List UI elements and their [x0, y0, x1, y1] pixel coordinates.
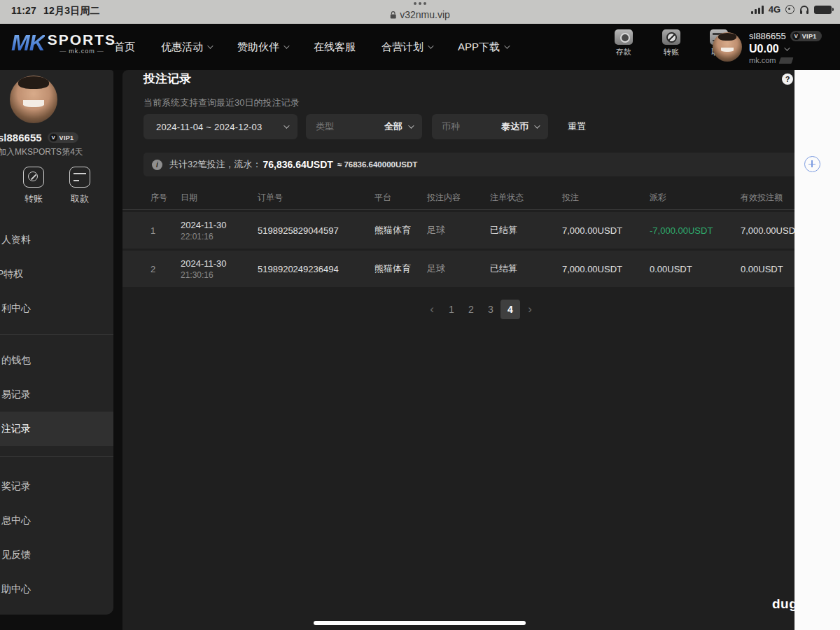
page-title: 投注记录	[144, 71, 191, 87]
cell-index: 1	[150, 225, 181, 236]
currency-select[interactable]: 币种 泰达币	[432, 114, 548, 139]
date-range-select[interactable]: 2024-11-04 ~ 2024-12-03	[144, 114, 298, 139]
mk-sports-logo[interactable]: MK SPORTS mk.com	[11, 31, 116, 55]
chevron-down-icon	[207, 43, 213, 48]
account-info: sl886655 V VIP1 U0.00 mk.com	[749, 31, 840, 64]
nav-promotions[interactable]: 优惠活动	[161, 41, 211, 54]
status-right-icons: 4G	[751, 4, 832, 15]
currency-value: 泰达币	[501, 120, 528, 133]
table-row[interactable]: 1 2024-11-3022:01:16 5198925829044597 熊猫…	[122, 212, 808, 248]
address-bar[interactable]: v32nmu.vip	[390, 9, 450, 20]
sidebar-item-transactions[interactable]: 易记录	[0, 377, 113, 412]
user-avatar[interactable]	[713, 32, 742, 62]
lock-icon	[390, 11, 396, 19]
summary-text: 共计32笔投注，流水：	[169, 158, 261, 171]
currency-label: 币种	[442, 120, 460, 133]
chevron-down-icon	[784, 45, 790, 50]
sidebar-username: sl886655	[0, 132, 42, 144]
sidebar-item-message-center[interactable]: 息中心	[0, 503, 113, 538]
help-icon[interactable]: ?	[782, 74, 793, 85]
cell-payout: -7,000.00USDT	[650, 225, 741, 236]
chevron-down-icon	[284, 43, 289, 48]
cell-date: 2024-11-3022:01:16	[181, 220, 258, 241]
sidebar-menu-group-misc: 奖记录 息中心 见反馈 助中心	[0, 469, 113, 606]
transfer-icon	[23, 167, 44, 188]
page-button-4[interactable]: 4	[500, 300, 520, 319]
date-range-value: 2024-11-04 ~ 2024-12-03	[156, 122, 262, 132]
transfer-button[interactable]: 转账	[655, 29, 687, 57]
turnover-amount: 76,836.64USDT	[262, 159, 332, 170]
cell-payout: 0.00USDT	[650, 264, 741, 274]
chevron-down-icon	[504, 43, 510, 48]
sidebar-item-help-center[interactable]: 助中心	[0, 572, 113, 606]
info-icon: i	[152, 160, 162, 170]
site-domain: mk.com	[749, 56, 776, 64]
headphones-icon	[799, 5, 809, 14]
bet-records-panel: 投注记录 ? 投 当前系统支持查询最近30日的投注记录 2024-11-04 ~…	[122, 70, 808, 630]
sidebar-avatar[interactable]	[10, 76, 57, 123]
transfer-icon	[662, 29, 680, 45]
cell-platform: 熊猫体育	[374, 262, 427, 275]
username: sl886655	[749, 31, 786, 41]
joined-days-text: 加入MKSPORTS第4天	[0, 146, 83, 158]
page-button-1[interactable]: 1	[442, 300, 461, 319]
battery-icon	[814, 6, 832, 14]
sidebar-item-benefits-center[interactable]: 利中心	[0, 291, 113, 326]
cell-order-number: 5198920249236494	[258, 264, 374, 274]
nav-customer-service[interactable]: 在线客服	[314, 41, 356, 54]
cell-status: 已结算	[490, 262, 562, 275]
sidebar-transfer-button[interactable]: 转账	[23, 167, 44, 205]
sidebar-menu-group-wallet: 的钱包 易记录 注记录	[0, 343, 113, 446]
chevron-down-icon	[534, 122, 540, 128]
sidebar-withdraw-button[interactable]: 取款	[69, 167, 90, 205]
sidebar-vip-badge: V VIP1	[48, 132, 79, 143]
logo-domain-text: mk.com	[57, 48, 106, 55]
logo-mk-text: MK	[11, 31, 45, 54]
vip-v-icon: V	[50, 134, 57, 141]
summary-bar: i 共计32笔投注，流水： 76,836.64USDT ≈ 76836.6400…	[144, 153, 802, 176]
reset-button[interactable]: 重置	[562, 114, 592, 139]
page-button-2[interactable]: 2	[461, 300, 481, 319]
sidebar-item-feedback[interactable]: 见反馈	[0, 538, 113, 572]
deposit-button[interactable]: 存款	[608, 29, 640, 57]
divider	[0, 334, 113, 335]
nav-sponsors[interactable]: 赞助伙伴	[237, 41, 288, 54]
safari-tabs-dots-icon[interactable]	[414, 2, 426, 5]
vip-badge: V VIP1	[790, 31, 822, 41]
sidebar-item-wallet[interactable]: 的钱包	[0, 343, 113, 377]
table-header-row: 序号 日期 订单号 平台 投注内容 注单状态 投注 派彩 有效投注额	[122, 186, 808, 210]
withdraw-icon	[69, 167, 90, 188]
nav-home[interactable]: 首页	[114, 41, 135, 54]
network-type: 4G	[769, 4, 780, 15]
flag-decoration-icon	[778, 57, 793, 64]
rotation-lock-icon	[785, 5, 794, 14]
home-indicator[interactable]	[314, 621, 526, 625]
cell-date: 2024-11-3021:30:16	[181, 258, 258, 280]
nav-affiliate[interactable]: 合营计划	[382, 41, 432, 54]
type-label: 类型	[316, 120, 334, 133]
signal-icon	[751, 6, 764, 14]
cell-order-number: 5198925829044597	[258, 225, 374, 236]
type-value: 全部	[384, 120, 402, 133]
floating-add-icon[interactable]	[804, 156, 820, 172]
sidebar-item-profile[interactable]: 人资料	[0, 223, 113, 257]
sidebar-item-vip-privileges[interactable]: P特权	[0, 257, 113, 291]
table-row[interactable]: 2 2024-11-3021:30:16 5198920249236494 熊猫…	[122, 251, 808, 287]
ios-status-bar: 11:2712月3日周二 v32nmu.vip 4G	[0, 0, 840, 24]
side-white-strip	[794, 70, 840, 630]
page-button-3[interactable]: 3	[481, 300, 500, 319]
cell-status: 已结算	[490, 224, 562, 237]
cell-bet-content: 足球	[427, 224, 490, 237]
sidebar-item-prize-records[interactable]: 奖记录	[0, 469, 113, 503]
sidebar-item-bet-records[interactable]: 注记录	[0, 412, 113, 446]
nav-app-download[interactable]: APP下载	[458, 41, 508, 54]
site-header: MK SPORTS mk.com 首页 优惠活动 赞助伙伴 在线客服 合营计划 …	[0, 24, 840, 70]
watermark-text: dug	[772, 596, 797, 612]
cell-bet-content: 足球	[427, 262, 490, 275]
type-select[interactable]: 类型 全部	[306, 114, 422, 139]
filter-bar: 2024-11-04 ~ 2024-12-03 类型 全部 币种 泰达币 重置	[122, 114, 808, 139]
page-prev-button[interactable]: ‹	[422, 300, 442, 319]
balance-dropdown[interactable]: U0.00	[749, 43, 840, 55]
sidebar-quick-actions: 转账 取款	[0, 167, 113, 205]
page-next-button[interactable]: ›	[520, 300, 540, 319]
